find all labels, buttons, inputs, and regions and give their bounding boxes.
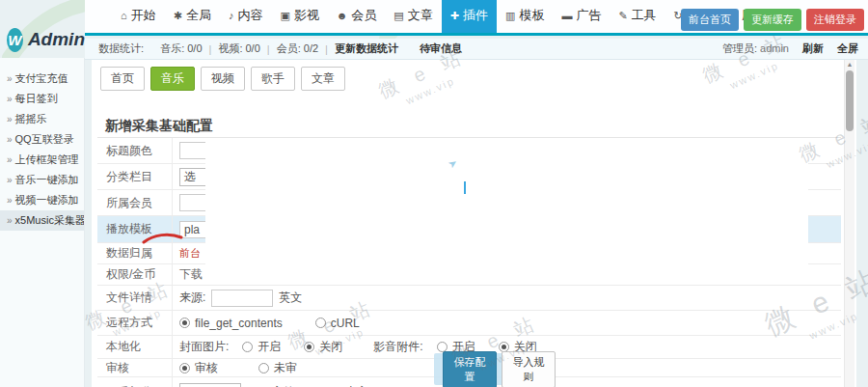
field-label: 文件详情 — [97, 286, 173, 310]
field-label: 审核 — [97, 359, 173, 376]
tab-singer[interactable]: 歌手 — [251, 67, 295, 91]
frontend-home-button[interactable]: 前台首页 — [681, 9, 739, 31]
header-actions: 前台首页 更新缓存 注销登录 — [681, 9, 864, 31]
logo-w-icon: W — [7, 28, 23, 52]
chevron-right-icon: » — [7, 94, 13, 104]
fullscreen-link[interactable]: 全屏 — [837, 41, 858, 56]
red-swoosh-mark — [142, 232, 184, 245]
stat-video: 视频: 0/0 — [218, 41, 259, 56]
nav-item-article[interactable]: ▤文章 — [385, 0, 441, 33]
field-label: 本地化 — [97, 336, 173, 358]
tab-home[interactable]: 首页 — [100, 67, 145, 91]
source-input[interactable] — [211, 290, 273, 307]
pending-info-link[interactable]: 待审信息 — [420, 41, 462, 56]
text-cursor-artifact — [464, 181, 466, 194]
admin-label: 管理员: admin — [722, 41, 789, 56]
tab-video[interactable]: 视频 — [201, 67, 245, 91]
top-navbar: ⌂开始 ✱全局 ♪内容 ▣影视 ☻会员 ▤文章 ✚插件 ▥模板 ▬广告 ✎工具 … — [85, 0, 868, 36]
save-config-button[interactable]: 保存配置 — [443, 351, 497, 387]
cover-image-label: 封面图片: — [179, 339, 229, 355]
nav-item-template[interactable]: ▥模板 — [497, 0, 553, 33]
logout-button[interactable]: 注销登录 — [806, 9, 864, 31]
sidebar-item-daily-sign[interactable]: »每日签到 — [0, 89, 84, 109]
sidebar-item-music-add[interactable]: »音乐一键添加 — [0, 170, 84, 190]
content-panel: 首页 音乐 视频 歌手 文章 新增采集基础配置 标题颜色 分类栏目 选▾ 所属会… — [92, 60, 856, 387]
row-file-detail: 文件详情 来源: 英文 — [97, 286, 841, 311]
ad-icon: ▬ — [561, 10, 572, 21]
radio-file-get-contents[interactable] — [179, 318, 190, 328]
singer-select[interactable]: ▾ — [179, 383, 241, 387]
sidebar-item-alipay[interactable]: »支付宝充值 — [0, 69, 84, 89]
nav-item-member[interactable]: ☻会员 — [328, 0, 386, 33]
form-title: 新增采集基础配置 — [105, 118, 213, 135]
source-label: 来源: — [179, 290, 205, 306]
plugin-icon: ✚ — [450, 10, 459, 22]
tab-article[interactable]: 文章 — [301, 67, 345, 91]
media-attach-label: 影音附件: — [373, 339, 422, 355]
radio-review-no[interactable] — [258, 363, 269, 373]
field-label: 歌手部分 — [97, 377, 173, 387]
sidebar-item-yaoyaole[interactable]: »摇摇乐 — [0, 109, 84, 129]
nav-item-global[interactable]: ✱全局 — [165, 0, 220, 33]
data-owner-value: 前台 — [179, 246, 201, 261]
field-label: 标题颜色 — [97, 138, 173, 163]
chevron-right-icon: » — [7, 134, 13, 145]
tab-music[interactable]: 音乐 — [150, 67, 195, 91]
tab-bar: 首页 音乐 视频 歌手 文章 — [100, 67, 345, 91]
update-stats-link[interactable]: 更新数据统计 — [335, 41, 398, 56]
stat-music: 音乐: 0/0 — [160, 41, 202, 56]
music-icon: ♪ — [229, 10, 234, 21]
row-remote-method: 远程方式 file_get_contents cURL — [97, 311, 841, 336]
file-icon: ▤ — [393, 10, 403, 22]
chevron-right-icon: » — [7, 154, 13, 165]
chevron-right-icon: » — [7, 195, 13, 206]
source-suffix: 英文 — [279, 290, 302, 306]
home-icon: ⌂ — [121, 10, 127, 21]
radio-curl[interactable] — [315, 318, 326, 328]
scrollbar-up-arrow[interactable]: ▲ — [845, 60, 854, 69]
chevron-right-icon: » — [7, 73, 13, 84]
nav-item-video[interactable]: ▣影视 — [271, 0, 327, 33]
nav-item-tools[interactable]: ✎工具 — [610, 0, 665, 33]
nav-item-plugin[interactable]: ✚插件 — [442, 0, 497, 33]
field-label: 远程方式 — [97, 311, 173, 335]
radio-cover-on[interactable] — [242, 342, 253, 352]
stat-member: 会员: 0/2 — [277, 41, 318, 56]
monitor-icon: ▣ — [280, 10, 289, 22]
refresh-link[interactable]: 刷新 — [802, 41, 824, 56]
field-label: 权限/金币 — [97, 264, 173, 285]
save-bar: 保存配置 导入规则 — [434, 353, 556, 385]
user-icon: ☻ — [337, 10, 348, 21]
app-logo: W Admin — [0, 0, 85, 58]
nav-item-content[interactable]: ♪内容 — [220, 0, 272, 33]
sidebar: »支付宝充值 »每日签到 »摇摇乐 »QQ互联登录 »上传框架管理 »音乐一键添… — [0, 58, 85, 387]
field-label: 数据归属 — [97, 243, 173, 263]
censored-region — [205, 138, 808, 281]
chevron-right-icon: » — [7, 114, 13, 124]
scrollbar-thumb[interactable] — [846, 70, 854, 131]
stats-prefix: 数据统计: — [98, 41, 144, 56]
tools-icon: ✎ — [618, 10, 627, 22]
sidebar-item-x5music[interactable]: »x5Music采集器 — [0, 210, 84, 231]
permission-value: 下载 — [179, 266, 203, 283]
nav-item-ad[interactable]: ▬广告 — [553, 0, 610, 33]
scrollbar[interactable]: ▲ — [844, 60, 854, 387]
brand-name: Admin — [28, 29, 85, 50]
sidebar-item-video-add[interactable]: »视频一键添加 — [0, 190, 84, 210]
stats-bar: 数据统计: 音乐: 0/0 | 视频: 0/0 | 会员: 0/2 | 更新数据… — [85, 39, 868, 60]
chevron-right-icon: » — [7, 175, 13, 185]
admin-name: admin — [760, 42, 789, 54]
field-label: 所属会员 — [97, 190, 173, 215]
import-rule-button[interactable]: 导入规则 — [502, 351, 556, 387]
radio-review-yes[interactable] — [179, 363, 190, 373]
update-cache-button[interactable]: 更新缓存 — [744, 9, 801, 31]
template-icon: ▥ — [505, 10, 515, 22]
nav-item-start[interactable]: ⌂开始 — [112, 0, 165, 33]
field-label: 分类栏目 — [97, 164, 173, 189]
radio-cover-off[interactable] — [304, 342, 314, 352]
chevron-right-icon: » — [7, 215, 13, 226]
sidebar-item-qq-login[interactable]: »QQ互联登录 — [0, 129, 84, 150]
gear-icon: ✱ — [174, 10, 182, 22]
sidebar-item-upload-frame[interactable]: »上传框架管理 — [0, 150, 84, 170]
